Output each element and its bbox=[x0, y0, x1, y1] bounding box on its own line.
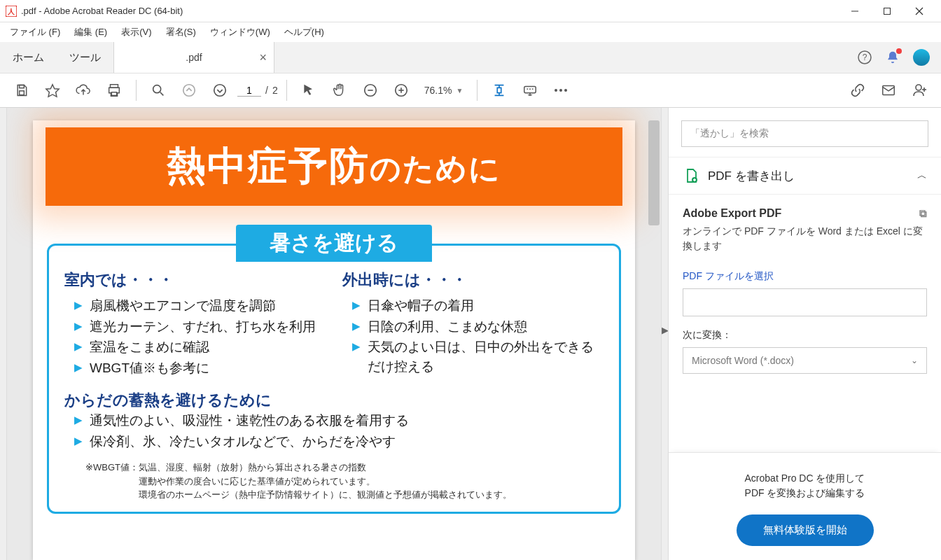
fit-width-icon[interactable] bbox=[486, 77, 513, 104]
svg-line-14 bbox=[160, 92, 164, 96]
notifications-icon[interactable] bbox=[885, 50, 900, 65]
cloud-upload-icon[interactable] bbox=[70, 77, 97, 104]
svg-rect-3 bbox=[884, 8, 891, 14]
start-trial-button[interactable]: 無料体験版を開始 bbox=[737, 514, 874, 546]
help-icon[interactable]: ? bbox=[857, 50, 872, 65]
share-people-icon[interactable] bbox=[906, 77, 933, 104]
zoom-in-icon[interactable] bbox=[388, 77, 414, 104]
export-title: Adobe Export PDF bbox=[683, 207, 781, 220]
minimize-button[interactable] bbox=[839, 0, 871, 22]
menu-sign[interactable]: 署名(S) bbox=[159, 23, 203, 41]
zoom-select[interactable]: 76.1% ▼ bbox=[419, 85, 469, 96]
svg-rect-8 bbox=[20, 85, 25, 88]
tab-tools[interactable]: ツール bbox=[57, 42, 113, 73]
page-up-icon[interactable] bbox=[176, 77, 202, 104]
export-pdf-icon bbox=[683, 167, 699, 184]
page-indicator: / 2 bbox=[237, 85, 278, 97]
svg-point-16 bbox=[214, 85, 226, 97]
search-placeholder: 「透かし」を検索 bbox=[690, 127, 769, 140]
menu-edit[interactable]: 編集 (E) bbox=[67, 23, 114, 41]
promo-text: Acrobat Pro DC を使用してPDF を変換および編集する bbox=[683, 471, 927, 500]
banner-title: 熱中症予防のために bbox=[167, 144, 501, 188]
list-item: 遮光カーテン、すだれ、打ち水を利用 bbox=[74, 317, 326, 337]
export-description: オンラインで PDF ファイルを Word または Excel に変換します bbox=[683, 224, 927, 253]
svg-rect-29 bbox=[883, 86, 895, 95]
section-box: 暑さを避ける 室内では・・・ 扇風機やエアコンで温度を調節遮光カーテン、すだれ、… bbox=[47, 244, 621, 514]
toolbar: / 2 76.1% ▼ bbox=[0, 73, 941, 108]
export-panel-header[interactable]: PDF を書き出し ︿ bbox=[669, 157, 941, 195]
main-area: 熱中症予防のために 暑さを避ける 室内では・・・ 扇風機やエアコンで温度を調節遮… bbox=[0, 108, 941, 560]
zoom-out-icon[interactable] bbox=[357, 77, 384, 104]
indoor-heading: 室内では・・・ bbox=[64, 270, 326, 290]
svg-rect-9 bbox=[20, 91, 25, 95]
format-select[interactable]: Microsoft Word (*.docx) ⌄ bbox=[683, 347, 927, 374]
file-select-box[interactable] bbox=[683, 288, 927, 316]
menu-view[interactable]: 表示(V) bbox=[114, 23, 158, 41]
maximize-button[interactable] bbox=[871, 0, 903, 22]
page-total: 2 bbox=[272, 85, 278, 96]
svg-point-27 bbox=[559, 89, 562, 92]
svg-rect-12 bbox=[111, 92, 116, 96]
page-down-icon[interactable] bbox=[207, 77, 233, 104]
more-tools-icon[interactable] bbox=[548, 77, 574, 104]
svg-point-15 bbox=[183, 85, 195, 97]
window-title: .pdf - Adobe Acrobat Reader DC (64-bit) bbox=[21, 6, 183, 16]
list-item: 室温をこまめに確認 bbox=[74, 337, 326, 357]
page-current-input[interactable] bbox=[237, 85, 261, 97]
select-tool-icon[interactable] bbox=[295, 77, 322, 104]
chevron-down-icon: ▼ bbox=[456, 87, 463, 94]
svg-text:?: ? bbox=[863, 52, 867, 62]
svg-point-26 bbox=[555, 89, 557, 92]
account-avatar-icon[interactable] bbox=[913, 49, 930, 66]
scrollbar-thumb[interactable] bbox=[648, 120, 660, 225]
select-file-link[interactable]: PDF ファイルを選択 bbox=[683, 270, 927, 283]
list-item: WBGT値※も参考に bbox=[74, 358, 326, 378]
hand-tool-icon[interactable] bbox=[326, 77, 353, 104]
svg-rect-22 bbox=[524, 87, 536, 93]
close-tab-icon[interactable]: × bbox=[259, 50, 267, 65]
menu-help[interactable]: ヘルプ(H) bbox=[277, 23, 331, 41]
menubar: ファイル (F) 編集 (E) 表示(V) 署名(S) ウィンドウ(W) ヘルプ… bbox=[0, 22, 941, 42]
tab-home[interactable]: ホーム bbox=[0, 42, 57, 73]
side-panel: 「透かし」を検索 PDF を書き出し ︿ Adobe Export PDF ⧉ … bbox=[668, 108, 941, 560]
svg-text:人: 人 bbox=[7, 8, 15, 15]
save-icon[interactable] bbox=[8, 77, 35, 104]
menu-file[interactable]: ファイル (F) bbox=[3, 23, 67, 41]
tools-search-input[interactable]: 「透かし」を検索 bbox=[681, 120, 928, 147]
page-sep: / bbox=[265, 85, 268, 96]
chevron-down-icon: ⌄ bbox=[911, 356, 918, 365]
export-panel-label: PDF を書き出し bbox=[708, 168, 909, 184]
list-item: 日陰の利用、こまめな休憩 bbox=[352, 317, 604, 337]
left-nav-rail[interactable] bbox=[0, 108, 7, 560]
section-title: 暑さを避ける bbox=[236, 225, 432, 262]
footnote: ※WBGT値：気温、湿度、輻射（放射）熱から算出される暑さの指数 ※WBGT値：… bbox=[64, 461, 604, 502]
pdf-page: 熱中症予防のために 暑さを避ける 室内では・・・ 扇風機やエアコンで温度を調節遮… bbox=[33, 120, 635, 560]
right-rail-toggle[interactable]: ▶ bbox=[661, 108, 668, 560]
svg-point-13 bbox=[153, 85, 161, 93]
read-mode-icon[interactable] bbox=[517, 77, 543, 104]
document-viewport[interactable]: 熱中症予防のために 暑さを避ける 室内では・・・ 扇風機やエアコンで温度を調節遮… bbox=[7, 108, 661, 560]
sub-heading: からだの蓄熱を避けるために bbox=[64, 390, 604, 411]
share-link-icon[interactable] bbox=[844, 77, 871, 104]
copy-icon[interactable]: ⧉ bbox=[919, 207, 927, 220]
svg-point-28 bbox=[564, 89, 567, 92]
promo-box: Acrobat Pro DC を使用してPDF を変換および編集する 無料体験版… bbox=[669, 452, 941, 560]
list-item: 日傘や帽子の着用 bbox=[352, 296, 604, 316]
titlebar: 人 .pdf - Adobe Acrobat Reader DC (64-bit… bbox=[0, 0, 941, 22]
list-item: 保冷剤、氷、冷たいタオルなどで、からだを冷やす bbox=[74, 432, 604, 451]
email-icon[interactable] bbox=[875, 77, 902, 104]
find-icon[interactable] bbox=[145, 77, 172, 104]
svg-point-30 bbox=[916, 85, 921, 90]
menu-window[interactable]: ウィンドウ(W) bbox=[203, 23, 277, 41]
close-window-button[interactable] bbox=[903, 0, 935, 22]
list-item: 天気のよい日は、日中の外出をできるだけ控える bbox=[352, 337, 604, 376]
doc-banner: 熱中症予防のために bbox=[46, 127, 622, 206]
list-item: 通気性のよい、吸湿性・速乾性のある衣服を着用する bbox=[74, 411, 604, 430]
convert-to-label: 次に変換： bbox=[683, 329, 927, 342]
print-icon[interactable] bbox=[101, 77, 127, 104]
app-icon: 人 bbox=[6, 6, 17, 17]
list-item: 扇風機やエアコンで温度を調節 bbox=[74, 296, 326, 316]
tab-document[interactable]: .pdf × bbox=[113, 42, 274, 73]
svg-marker-10 bbox=[46, 85, 59, 97]
star-icon[interactable] bbox=[39, 77, 66, 104]
